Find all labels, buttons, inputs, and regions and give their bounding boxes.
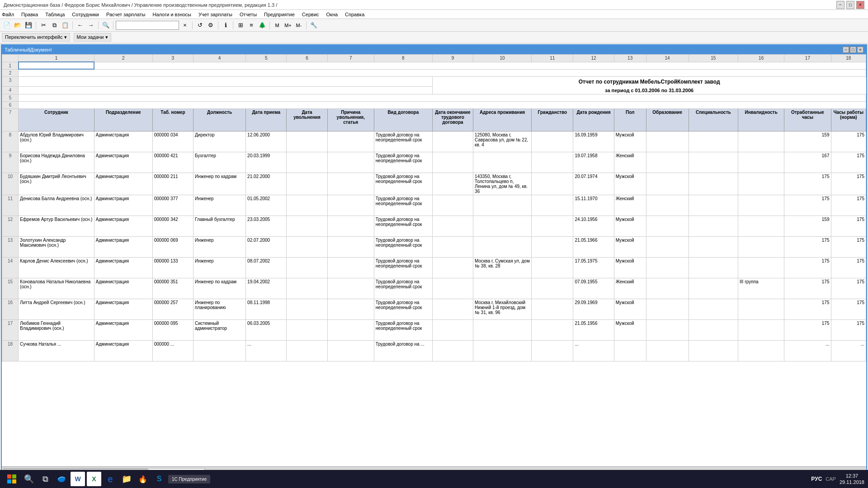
word-icon[interactable]: W xyxy=(71,472,85,486)
report-title-2: за период с 01.03.2006 по 31.03.2006 xyxy=(432,87,866,94)
skype-icon[interactable]: S xyxy=(152,472,166,486)
menu-service[interactable]: Сервис xyxy=(302,12,319,17)
specialty-cell xyxy=(689,216,738,236)
menu-payroll-acct[interactable]: Учет зарплаты xyxy=(198,12,232,17)
search-taskbar-icon[interactable]: 🔍 xyxy=(22,472,36,486)
data-row: 18Сучкова Наталья ...Администрация000000… xyxy=(2,340,866,361)
sp-close-button[interactable]: × xyxy=(857,47,863,53)
tree-view-button[interactable]: 🌲 xyxy=(257,20,267,30)
svg-rect-0 xyxy=(7,474,11,479)
citizenship-cell xyxy=(532,278,573,299)
new-button[interactable]: 📄 xyxy=(2,20,12,30)
mminus-button[interactable]: M- xyxy=(294,20,304,30)
menu-edit[interactable]: Правка xyxy=(21,12,38,17)
app-icon-1[interactable]: 🔥 xyxy=(136,472,150,486)
sp-maximize-button[interactable]: □ xyxy=(850,47,856,53)
rownum-8: 8 xyxy=(2,131,19,152)
data-row: 8Абдулов Юрий Владимирович (осн.)Админис… xyxy=(2,131,866,152)
address-cell xyxy=(473,319,532,340)
search-button[interactable]: 🔍 xyxy=(101,20,111,30)
citizenship-cell xyxy=(532,216,573,236)
sp-minimize-button[interactable]: − xyxy=(843,47,849,53)
taskbar-left: 🔍 ⧉ W X e 📁 🔥 S 1С Предприятие xyxy=(4,471,210,487)
taskbar-app-active[interactable]: 1С Предприятие xyxy=(168,475,210,483)
header-employee: Сотрудник xyxy=(19,108,94,131)
address-cell xyxy=(473,216,532,236)
header-disability: Инвалидность xyxy=(738,108,784,131)
citizenship-cell xyxy=(532,131,573,152)
menu-payroll-calc[interactable]: Расчет зарплаты xyxy=(106,12,146,17)
position-cell: Инженер по кадрам xyxy=(193,173,246,195)
menu-enterprise[interactable]: Предприятие xyxy=(264,12,295,17)
menu-reports[interactable]: Отчеты xyxy=(240,12,257,17)
contractend-cell xyxy=(432,152,473,173)
education-cell xyxy=(646,340,689,361)
my-tasks-label: Мои задачи ▾ xyxy=(77,34,108,40)
close-button[interactable]: × xyxy=(856,1,864,9)
menu-windows[interactable]: Окна xyxy=(326,12,338,17)
clear-search-button[interactable]: × xyxy=(180,20,190,30)
separator-4 xyxy=(113,21,113,29)
education-cell xyxy=(646,195,689,216)
maximize-button[interactable]: □ xyxy=(846,1,854,9)
edge-icon[interactable] xyxy=(54,472,69,486)
menu-employees[interactable]: Сотрудники xyxy=(72,12,99,17)
citizenship-cell xyxy=(532,257,573,278)
citizenship-cell xyxy=(532,236,573,257)
excel-icon[interactable]: X xyxy=(87,472,101,486)
my-tasks-button[interactable]: Мои задачи ▾ xyxy=(74,33,111,42)
m-button[interactable]: M xyxy=(272,20,282,30)
citizenship-cell xyxy=(532,319,573,340)
firereason-cell xyxy=(327,152,374,173)
info-button[interactable]: ℹ xyxy=(221,20,231,30)
tabnum-cell: 000000 ... xyxy=(152,340,193,361)
refresh-button[interactable]: ↺ xyxy=(195,20,205,30)
grid-view-button[interactable]: ⊞ xyxy=(236,20,245,30)
specialty-cell xyxy=(689,152,738,173)
separator-5 xyxy=(192,21,193,29)
forward-button[interactable]: → xyxy=(86,20,96,30)
menu-taxes[interactable]: Налоги и взносы xyxy=(152,12,191,17)
col-18-header: 18 xyxy=(831,55,866,62)
disability-cell xyxy=(738,216,784,236)
birthdate-cell: 20.07.1974 xyxy=(573,173,614,195)
paste-button[interactable]: 📋 xyxy=(60,20,70,30)
input-cell-1-1[interactable] xyxy=(19,62,94,69)
tabnum-cell: 000000 034 xyxy=(152,131,193,152)
grid-container[interactable]: 1 2 3 4 5 6 7 8 9 10 11 12 13 14 xyxy=(2,54,866,466)
cut-button[interactable]: ✂ xyxy=(38,20,48,30)
open-button[interactable]: 📂 xyxy=(13,20,23,30)
start-button[interactable] xyxy=(4,471,20,487)
position-cell: Инженер xyxy=(193,195,246,216)
menu-table[interactable]: Таблица xyxy=(45,12,65,17)
birthdate-cell: 15.11.1970 xyxy=(573,195,614,216)
hoursnorm-cell: 175 xyxy=(831,236,866,257)
mplus-button[interactable]: M+ xyxy=(283,20,293,30)
dept-cell: Администрация xyxy=(94,236,152,257)
education-cell xyxy=(646,131,689,152)
hiredate-cell: 06.03.2005 xyxy=(246,319,287,340)
minimize-button[interactable]: − xyxy=(836,1,844,9)
explorer-icon[interactable]: 📁 xyxy=(119,472,134,486)
tabnum-cell: 000000 351 xyxy=(152,278,193,299)
switch-interface-label: Переключить интерфейс ▾ xyxy=(5,34,67,40)
hoursnorm-cell: ... xyxy=(831,340,866,361)
menu-file[interactable]: Файл xyxy=(2,12,14,17)
search-input[interactable] xyxy=(116,21,179,30)
header-education: Образование xyxy=(646,108,689,131)
contractend-cell xyxy=(432,299,473,319)
address-cell: 143350, Москва г, Толстопальцево п, Лени… xyxy=(473,173,532,195)
list-view-button[interactable]: ≡ xyxy=(246,20,256,30)
settings-button[interactable]: ⚙ xyxy=(206,20,216,30)
extra-button[interactable]: 🔧 xyxy=(309,20,319,30)
ie-icon[interactable]: e xyxy=(103,472,118,486)
menu-help[interactable]: Справка xyxy=(345,12,364,17)
contracttype-cell: Трудовой договор на неопределенный срок xyxy=(374,173,432,195)
save-button[interactable]: 💾 xyxy=(24,20,33,30)
header-contractend: Дата окончание трудового договора xyxy=(432,108,473,131)
task-view-icon[interactable]: ⧉ xyxy=(38,472,52,486)
back-button[interactable]: ← xyxy=(75,20,85,30)
switch-interface-button[interactable]: Переключить интерфейс ▾ xyxy=(2,33,70,42)
copy-button[interactable]: ⧉ xyxy=(49,20,59,30)
employee-cell: Ефремов Артур Васильевич (осн.) xyxy=(19,216,94,236)
